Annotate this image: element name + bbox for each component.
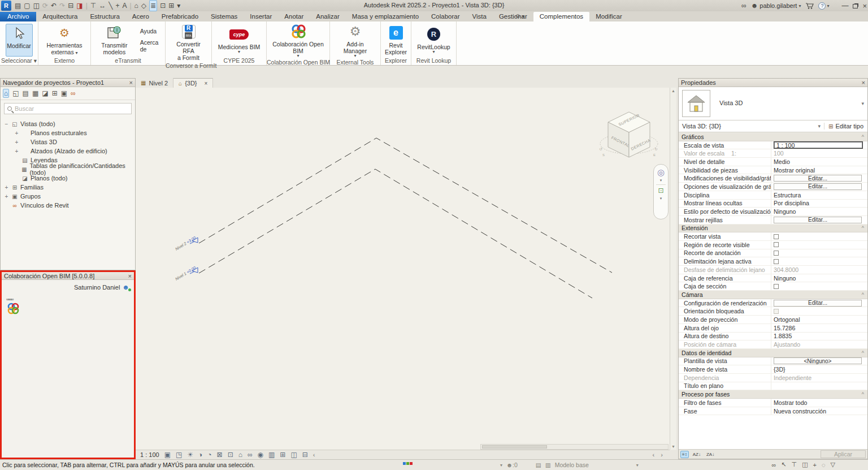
tree-item[interactable]: + Vistas 3D	[1, 137, 135, 146]
open-bim-button[interactable]: Colaboración Open BIM ▾	[270, 23, 326, 59]
aligned-dimension-icon[interactable]: ╲	[108, 1, 112, 11]
unlocked-view-icon[interactable]: ⌂	[238, 451, 242, 459]
browser-sheets-icon[interactable]: ◪	[42, 89, 48, 97]
level-line-upper[interactable]	[199, 138, 612, 273]
property-row[interactable]: Altura del ojo 15.7286 15.7286 15.7286 ^	[679, 324, 867, 333]
view-tab[interactable]: ⌂ {3D} ×	[173, 78, 213, 88]
property-row[interactable]: Caja de sección ^	[679, 282, 867, 291]
properties-palette-icon[interactable]: ▤	[15, 1, 21, 11]
property-row[interactable]: Título en plano ^	[679, 382, 867, 391]
reveal-hidden-icon[interactable]: ◉	[258, 451, 263, 459]
default-3d-view-icon[interactable]: ⌂	[134, 1, 138, 11]
browser-schedules-icon[interactable]: ▦	[32, 89, 38, 97]
vertical-scrollbar[interactable]: ▲ ▼	[670, 88, 676, 450]
qat-separator[interactable]: |	[129, 1, 131, 11]
scrollbar-thumb[interactable]	[482, 445, 547, 449]
undo-icon[interactable]: ↶	[51, 1, 57, 11]
property-value[interactable]: Editar... Editar... Editar...	[771, 216, 867, 224]
restore-button[interactable]	[853, 4, 858, 8]
chevron-down-icon[interactable]: ▾	[660, 196, 662, 201]
editable-only-icon[interactable]: ☻:0	[506, 462, 518, 468]
property-value[interactable]	[771, 257, 867, 265]
property-row[interactable]: Orientación bloqueada ^	[679, 307, 867, 316]
property-row[interactable]: Delimitación lejana activa ^	[679, 257, 867, 266]
property-value[interactable]: Medio Medio Medio	[771, 158, 867, 166]
instance-selector[interactable]: Vista 3D: {3D} ▾	[679, 123, 824, 130]
scroll-arrows[interactable]: ‹ ›	[653, 451, 665, 458]
chevron-down-icon[interactable]: ▾	[636, 463, 639, 468]
addin-manager-button[interactable]: ⚙</> Add-in Manager ▾	[333, 23, 377, 59]
property-value[interactable]: Editar... Editar... Editar...	[771, 299, 867, 307]
view-tab[interactable]: ▦ Nivel 2 ×	[136, 78, 173, 88]
scale-control[interactable]: 1 : 100	[140, 451, 159, 458]
design-options-bar-icon[interactable]: ▥	[545, 462, 551, 468]
tag-icon[interactable]: ⊤	[90, 1, 96, 11]
browser-links-icon[interactable]: ∞	[71, 89, 76, 97]
convert-rfa-button[interactable]: RRFA Convertir RFA a FormIt	[169, 23, 208, 62]
property-row[interactable]: Disciplina Estructura Estructura Estruct…	[679, 191, 867, 200]
select-links-icon[interactable]: ∞	[771, 462, 776, 468]
property-value[interactable]: 15.7286 15.7286 15.7286	[771, 324, 867, 332]
property-row[interactable]: Mostrar líneas ocultas Por disciplina Po…	[679, 200, 867, 208]
displacement-icon[interactable]: ◫	[290, 451, 297, 459]
account-menu[interactable]: ☻ pablo.gilabert ▾	[751, 2, 801, 10]
property-row[interactable]: Región de recorte visible ^	[679, 241, 867, 249]
property-edit-button[interactable]: Editar...	[774, 300, 862, 307]
property-checkbox[interactable]	[774, 284, 779, 289]
property-value[interactable]: Independiente Independiente Independient…	[771, 374, 867, 382]
customize-qat-icon[interactable]: ▾	[177, 1, 180, 11]
ribbon-display-toggle[interactable]: ⊙ ▾	[515, 13, 524, 21]
property-value[interactable]: Mostrar todo Mostrar todo Mostrar todo	[771, 399, 867, 407]
property-row[interactable]: Extensión ^	[679, 225, 867, 233]
property-row[interactable]: Caja de referencia Ninguno Ninguno Ningu…	[679, 274, 867, 283]
show-crop-icon[interactable]: ⊡	[228, 451, 233, 459]
ribbon-tab[interactable]: Insertar	[244, 12, 278, 21]
property-value[interactable]: Estructura Estructura Estructura	[771, 191, 867, 199]
sun-path-icon[interactable]: ☀	[187, 451, 193, 459]
section-icon[interactable]: ◇	[141, 1, 146, 11]
tree-expander[interactable]: +	[14, 139, 19, 145]
group-label-select[interactable]: Seleccionar ▾	[0, 57, 38, 65]
property-value[interactable]	[771, 382, 867, 390]
property-row[interactable]: Nombre de vista {3D} {3D} {3D} ^	[679, 365, 867, 374]
crop-view-icon[interactable]: ⊠	[217, 451, 223, 459]
worksharing-display-icon[interactable]	[403, 462, 413, 465]
property-row[interactable]: Desfase de delimitación lejano 304.8000 …	[679, 266, 867, 274]
help-menu[interactable]: ?▾	[818, 2, 829, 10]
property-row[interactable]: Configuración de renderización Editar...…	[679, 299, 867, 308]
level-head-1[interactable]: Nivel 1 +0.00	[175, 266, 198, 281]
ribbon-tab[interactable]: Gestionar	[493, 12, 533, 21]
minimize-button[interactable]: —	[841, 2, 848, 10]
print-icon[interactable]: ⊟	[68, 1, 73, 11]
section-collapse-icon[interactable]: ^	[862, 391, 867, 397]
qat-separator[interactable]: |	[86, 1, 88, 11]
section-collapse-icon[interactable]: ^	[862, 292, 867, 297]
search-binoculars-icon[interactable]: ∞	[741, 2, 747, 10]
property-value[interactable]: Editar... Editar... Editar...	[771, 174, 867, 182]
label-icon[interactable]: +	[115, 1, 119, 11]
section-collapse-icon[interactable]: ^	[862, 350, 867, 356]
switch-windows-icon[interactable]: ⊞	[168, 1, 174, 11]
open-icon[interactable]: ▢	[24, 1, 30, 11]
property-value[interactable]: Nueva construcción Nueva construcción Nu…	[771, 407, 867, 415]
properties-header[interactable]: Propiedades ×	[679, 79, 867, 87]
browser-families-icon[interactable]: ⊞	[52, 89, 58, 97]
property-checkbox[interactable]	[774, 259, 779, 264]
property-value[interactable]: Por disciplina Por disciplina Por discip…	[771, 200, 867, 208]
external-tools-button[interactable]: ⚙ Herramientas externas ▾	[45, 24, 84, 57]
project-browser-header[interactable]: Navegador de proyectos - Proyecto1 ×	[1, 79, 135, 87]
steering-wheel-icon[interactable]: ◎	[657, 168, 665, 176]
ribbon-tab[interactable]: Masa y emplazamiento	[346, 12, 425, 21]
ribbon-tab[interactable]: Prefabricado	[155, 12, 205, 21]
property-edit-button[interactable]: Editar...	[774, 183, 862, 190]
property-checkbox[interactable]	[774, 251, 779, 256]
scroll-down-icon[interactable]: ▼	[670, 445, 676, 449]
edit-type-button[interactable]: ⊞ Editar tipo	[824, 123, 867, 130]
sync-icon[interactable]: ⟳	[42, 1, 48, 11]
property-value[interactable]	[771, 282, 867, 290]
tree-expander[interactable]: −	[4, 121, 9, 127]
property-row[interactable]: Visibilidad de piezas Mostrar original M…	[679, 166, 867, 175]
ribbon-tab[interactable]: Vista	[466, 12, 493, 21]
property-row[interactable]: Filtro de fases Mostrar todo Mostrar tod…	[679, 399, 867, 407]
property-row[interactable]: Cámara ^	[679, 291, 867, 299]
